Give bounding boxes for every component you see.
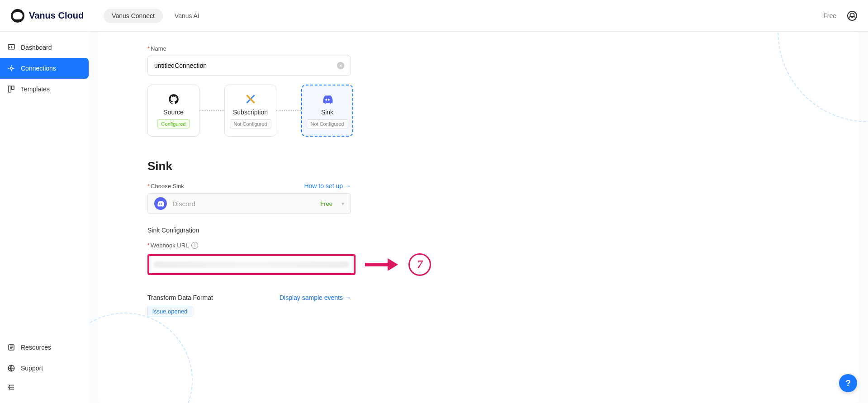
brand-name: Vanus Cloud — [29, 10, 84, 21]
sidebar: Dashboard Connections Templates Resource… — [0, 32, 89, 403]
annotation-arrow-icon — [363, 256, 401, 274]
sidebar-bottom-nav: Resources Support — [0, 337, 89, 398]
how-to-setup-link[interactable]: How to set up → — [304, 182, 351, 190]
svg-rect-2 — [9, 86, 11, 92]
connection-name-input[interactable] — [154, 62, 337, 69]
webhook-label-row: *Webhook URL ! — [147, 242, 809, 249]
step-label: Sink — [321, 109, 333, 116]
sidebar-item-support[interactable]: Support — [0, 358, 89, 379]
logo[interactable]: Vanus Cloud — [11, 9, 84, 23]
arrow-right-icon: → — [345, 294, 351, 301]
display-sample-link[interactable]: Display sample events → — [280, 294, 351, 301]
transform-heading: Transform Data Format — [147, 294, 213, 301]
top-header: Vanus Cloud Vanus Connect Vanus AI Free — [0, 0, 868, 32]
sink-selected-name: Discord — [172, 200, 315, 208]
pipeline-connector — [276, 110, 301, 111]
step-label: Subscription — [233, 109, 268, 116]
sidebar-label: Templates — [21, 85, 50, 93]
pipeline-connector — [199, 110, 224, 111]
name-label: *Name — [147, 45, 809, 52]
sidebar-label: Connections — [21, 65, 56, 72]
event-type-tag[interactable]: issue.opened — [147, 306, 192, 317]
main-area: *Name ✕ Source Configured — [89, 32, 868, 403]
step-label: Source — [163, 109, 183, 116]
subscription-icon — [245, 93, 256, 105]
choose-sink-label: *Choose Sink — [147, 183, 184, 190]
pipeline-steps: Source Configured Subscription Not Confi… — [147, 85, 809, 137]
discord-icon — [322, 93, 333, 105]
sidebar-collapse-button[interactable] — [0, 379, 89, 398]
step-status-badge: Configured — [157, 119, 190, 128]
sidebar-label: Resources — [21, 344, 51, 351]
globe-icon — [7, 364, 15, 372]
annotation-step-number: 7 — [408, 253, 431, 276]
discord-icon — [154, 197, 167, 210]
header-tabs: Vanus Connect Vanus AI — [104, 9, 208, 23]
content-panel: *Name ✕ Source Configured — [98, 32, 859, 403]
sidebar-label: Support — [21, 365, 43, 372]
clear-name-icon[interactable]: ✕ — [337, 62, 344, 69]
connections-icon — [7, 64, 15, 72]
github-icon — [168, 93, 180, 105]
header-left: Vanus Cloud Vanus Connect Vanus AI — [11, 9, 208, 23]
sink-config-heading: Sink Configuration — [147, 227, 809, 234]
panda-logo-icon — [11, 9, 24, 23]
question-icon: ? — [845, 378, 851, 389]
sidebar-label: Dashboard — [21, 44, 52, 51]
annotation-group: 7 — [147, 253, 809, 276]
tab-vanus-connect[interactable]: Vanus Connect — [104, 9, 163, 23]
plan-label: Free — [823, 12, 836, 19]
step-sink-card[interactable]: Sink Not Configured — [301, 85, 353, 137]
sidebar-item-resources[interactable]: Resources — [0, 337, 89, 358]
transform-row: Transform Data Format Display sample eve… — [147, 294, 351, 301]
user-avatar-icon[interactable] — [847, 11, 857, 21]
tab-vanus-ai[interactable]: Vanus AI — [166, 9, 208, 23]
step-status-badge: Not Configured — [307, 119, 348, 128]
sidebar-item-dashboard[interactable]: Dashboard — [0, 37, 89, 58]
step-status-badge: Not Configured — [230, 119, 271, 128]
chevron-down-icon: ▾ — [342, 200, 344, 207]
help-button[interactable]: ? — [839, 374, 857, 392]
step-subscription-card[interactable]: Subscription Not Configured — [224, 85, 276, 137]
sink-plan-tag: Free — [320, 200, 332, 207]
resources-icon — [7, 343, 15, 351]
sink-select[interactable]: Discord Free ▾ — [147, 193, 351, 214]
svg-point-1 — [10, 67, 13, 70]
dashboard-icon — [7, 43, 15, 52]
svg-rect-3 — [12, 86, 14, 90]
templates-icon — [7, 85, 15, 93]
info-icon[interactable]: ! — [191, 242, 198, 249]
webhook-url-input[interactable] — [147, 254, 356, 275]
sidebar-main-nav: Dashboard Connections Templates — [0, 37, 89, 100]
arrow-right-icon: → — [345, 182, 351, 190]
sidebar-item-templates[interactable]: Templates — [0, 79, 89, 100]
sink-heading: Sink — [147, 159, 809, 173]
sidebar-item-connections[interactable]: Connections — [0, 58, 89, 79]
connection-name-input-wrap: ✕ — [147, 56, 351, 76]
collapse-icon — [7, 383, 15, 391]
blurred-value — [154, 261, 349, 268]
step-source-card[interactable]: Source Configured — [147, 85, 199, 137]
choose-sink-row: *Choose Sink How to set up → — [147, 182, 351, 190]
header-right: Free — [823, 11, 857, 21]
